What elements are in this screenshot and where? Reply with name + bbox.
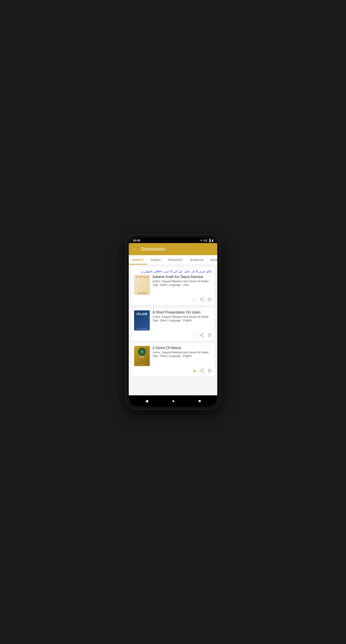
book-author-3: Author: Sayyed Mawlana Abul Hasan Ali Na… bbox=[152, 351, 212, 354]
book-card-3: 3 Gems of Advice 3 Gems Of Advice Author… bbox=[131, 343, 215, 376]
svg-line-8 bbox=[201, 335, 202, 336]
book-type-3: Type : Book | Language : English bbox=[152, 354, 212, 358]
share-button-1[interactable] bbox=[199, 297, 204, 303]
book-type-2: Type : Book | Language : English bbox=[152, 319, 212, 322]
book-actions-3: ♥ bbox=[134, 368, 212, 374]
phone-frame: 10:00 ▾ LTE ▐ ▮ ← Downloads BOOKS AUDIO … bbox=[126, 235, 220, 409]
status-icons: ▾ LTE ▐ ▮ bbox=[201, 239, 213, 242]
book-info-3: 3 Gems Of Advice Author: Sayyed Mawlana … bbox=[152, 346, 212, 358]
svg-line-4 bbox=[201, 298, 202, 299]
delete-button-2[interactable] bbox=[207, 333, 212, 338]
islam-label: ISLAM bbox=[137, 312, 148, 316]
favorite-button-1[interactable]: ♡ bbox=[192, 298, 196, 303]
gems-label: Gems bbox=[134, 356, 150, 358]
delete-button-1[interactable] bbox=[207, 297, 212, 303]
nav-home-button[interactable]: ● bbox=[169, 398, 178, 404]
book-actions-1: ♡ bbox=[134, 297, 212, 303]
network-label: LTE bbox=[203, 239, 207, 242]
svg-line-13 bbox=[201, 371, 202, 372]
cover-text-1: عالم عربی کا تازہ المیہ bbox=[134, 276, 150, 278]
book-author-1: Author: Sayyed Mawlana Abul Hasan Ali Na… bbox=[152, 280, 212, 283]
content-area: عالم عربی کا تازہ المیہ اور اس کا دینی، … bbox=[129, 265, 217, 395]
book-cover-3[interactable]: 3 Gems of Advice bbox=[134, 346, 150, 366]
app-bar-title: Downloads bbox=[141, 246, 165, 252]
back-button[interactable]: ← bbox=[132, 246, 137, 252]
book-cover-2[interactable]: ISLAM A Short Presentation bbox=[134, 310, 150, 330]
book-info-2: A Short Presentation On Islam Author: Sa… bbox=[152, 310, 212, 322]
status-bar: 10:00 ▾ LTE ▐ ▮ bbox=[129, 238, 217, 243]
svg-line-9 bbox=[201, 334, 202, 334]
svg-line-3 bbox=[201, 300, 202, 300]
book-card-1: عالم عربی کا تازہ المیہ اور اس کا دینی، … bbox=[131, 267, 215, 306]
app-bar: ← Downloads bbox=[129, 243, 217, 255]
book-row-3: 3 Gems of Advice 3 Gems Of Advice Author… bbox=[134, 346, 212, 366]
book-row-1: عالم عربی کا تازہ المیہ Aalame Arabi Aal… bbox=[134, 275, 212, 295]
signal-icon: ▐ bbox=[209, 239, 211, 242]
wifi-icon: ▾ bbox=[201, 239, 202, 242]
share-button-3[interactable] bbox=[199, 368, 204, 374]
svg-line-14 bbox=[201, 370, 202, 370]
cover-subtext-3: of Advice bbox=[134, 364, 150, 365]
book-arabic-title-1: عالم عربی کا تازہ المیہ اور اس کا دینی، … bbox=[134, 270, 212, 273]
nav-back-button[interactable]: ◀ bbox=[141, 398, 152, 404]
book-title-3: 3 Gems Of Advice bbox=[152, 346, 212, 350]
tab-thought[interactable]: THOUGHT bbox=[164, 255, 187, 264]
favorite-button-3[interactable]: ♥ bbox=[193, 368, 196, 374]
phone-screen: 10:00 ▾ LTE ▐ ▮ ← Downloads BOOKS AUDIO … bbox=[129, 238, 217, 406]
book-info-1: Aalame Arabi Ka Taaza Alamiya Author: Sa… bbox=[152, 275, 212, 286]
book-title-2: A Short Presentation On Islam bbox=[152, 310, 212, 314]
book-type-1: Type : Book | Language : Urdu bbox=[152, 283, 212, 286]
nav-bar: ◀ ● ■ bbox=[129, 395, 217, 406]
gems-circle: 3 bbox=[138, 348, 146, 356]
share-button-2[interactable] bbox=[199, 333, 204, 338]
cover-subtext-1: Aalame Arabi bbox=[134, 292, 150, 294]
delete-button-3[interactable] bbox=[207, 368, 212, 374]
book-row-2: ISLAM A Short Presentation A Short Prese… bbox=[134, 310, 212, 330]
battery-icon: ▮ bbox=[212, 239, 213, 242]
tab-magazine[interactable]: MAGAZIN bbox=[207, 255, 217, 264]
book-author-2: Author: Sayyed Mawlana Abul Hasan Ali Na… bbox=[152, 315, 212, 318]
tab-audio[interactable]: AUDIO bbox=[147, 255, 164, 264]
cover-subtext-2: A Short Presentation bbox=[134, 328, 150, 330]
book-actions-2: ♡ bbox=[134, 333, 212, 338]
favorite-button-2[interactable]: ♡ bbox=[192, 333, 196, 338]
tab-ramzan[interactable]: RAMZAN bbox=[186, 255, 207, 264]
book-card-2: ISLAM A Short Presentation A Short Prese… bbox=[131, 308, 215, 341]
time-display: 10:00 bbox=[133, 239, 140, 242]
tab-books[interactable]: BOOKS bbox=[129, 255, 147, 264]
nav-recent-button[interactable]: ■ bbox=[195, 398, 205, 404]
tabs-bar: BOOKS AUDIO THOUGHT RAMZAN MAGAZIN bbox=[129, 255, 217, 265]
book-cover-1[interactable]: عالم عربی کا تازہ المیہ Aalame Arabi bbox=[134, 275, 150, 295]
book-title-1: Aalame Arabi Ka Taaza Alamiya bbox=[152, 275, 212, 279]
